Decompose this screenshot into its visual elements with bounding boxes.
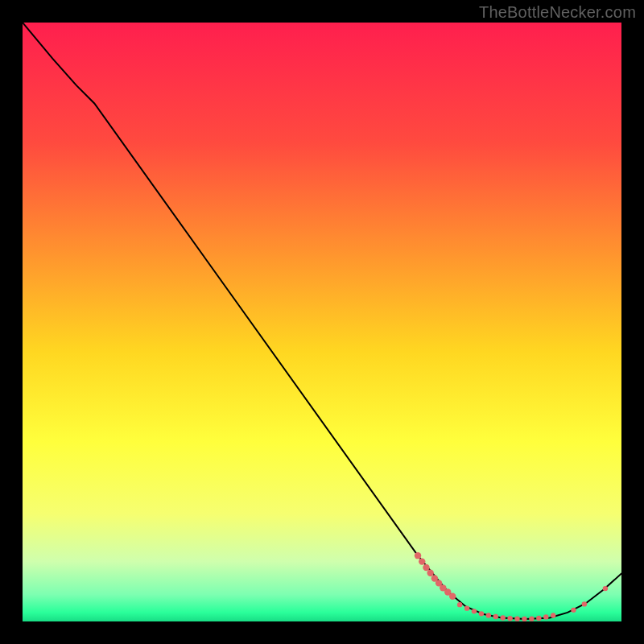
data-marker	[472, 609, 477, 613]
plot-area	[23, 23, 621, 621]
data-marker	[500, 615, 505, 620]
data-marker	[423, 564, 429, 571]
data-marker	[582, 601, 587, 606]
data-marker	[427, 570, 433, 576]
data-marker	[457, 602, 462, 607]
chart-frame: TheBottleNecker.com	[0, 0, 644, 644]
data-marker	[507, 616, 512, 621]
data-marker	[493, 614, 498, 619]
data-marker	[464, 605, 469, 610]
data-marker	[551, 613, 555, 617]
chart-svg	[23, 23, 621, 621]
data-marker	[522, 617, 526, 621]
data-marker	[486, 613, 491, 617]
gradient-background	[23, 23, 621, 621]
data-marker	[571, 608, 576, 613]
data-marker	[415, 552, 421, 559]
data-marker	[543, 614, 548, 619]
data-marker	[449, 593, 456, 600]
data-marker	[514, 616, 519, 621]
data-marker	[536, 616, 541, 621]
data-marker	[603, 586, 608, 591]
watermark-text: TheBottleNecker.com	[479, 3, 636, 22]
data-marker	[529, 616, 534, 621]
data-marker	[479, 611, 484, 616]
data-marker	[419, 558, 425, 564]
